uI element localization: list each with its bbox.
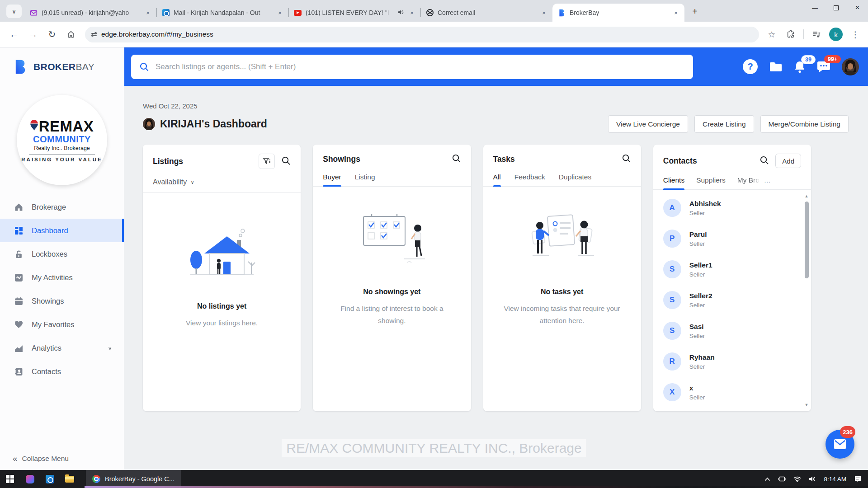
browser-menu-icon[interactable]: ⋮	[849, 29, 862, 40]
close-icon[interactable]: ×	[276, 9, 284, 17]
file-explorer-button[interactable]	[60, 470, 80, 488]
add-contact-button[interactable]: Add	[775, 154, 801, 168]
sidebar-item-analytics[interactable]: Analytics ∨	[0, 336, 124, 360]
home-button[interactable]	[63, 27, 79, 42]
media-controls-icon[interactable]	[810, 30, 823, 39]
user-avatar[interactable]	[842, 58, 859, 75]
contact-row[interactable]: S Seller2Seller	[663, 285, 801, 315]
extensions-icon[interactable]	[784, 30, 797, 39]
messages-button[interactable]: 99+	[817, 61, 830, 73]
action-center-icon[interactable]	[854, 475, 862, 483]
tab-clients[interactable]: Clients	[663, 176, 684, 189]
browser-profile-avatar[interactable]: k	[829, 28, 843, 41]
intercom-chat-button[interactable]: 236	[826, 430, 854, 459]
contact-row[interactable]: P ParulSeller	[663, 223, 801, 254]
listings-filter-button[interactable]	[259, 154, 275, 169]
content: ? 39 99+ Wed Oct 22, 2025	[124, 47, 868, 470]
folder-button[interactable]	[769, 61, 783, 72]
contact-role: Seller	[689, 394, 705, 401]
tab-feedback[interactable]: Feedback	[514, 173, 545, 186]
tab-title: BrokerBay	[570, 9, 668, 16]
scroll-up-icon[interactable]: ▲	[805, 193, 809, 199]
merge-combine-listing-button[interactable]: Merge/Combine Listing	[760, 115, 849, 133]
chevron-down-icon[interactable]: ∨	[108, 345, 112, 351]
sidebar-item-my-activities[interactable]: My Activities	[0, 266, 124, 289]
tab-search-button[interactable]: ∨	[6, 5, 22, 18]
cast-icon[interactable]	[778, 476, 786, 482]
contact-row[interactable]: R RyhaanSeller	[663, 346, 801, 377]
tabs-overflow-icon[interactable]: …	[764, 176, 771, 189]
contacts-scrollbar[interactable]: ▲ ▼	[803, 193, 810, 408]
contact-avatar: X	[663, 383, 681, 401]
tab-chatgpt[interactable]: Correct email ×	[420, 4, 552, 22]
window-minimize-button[interactable]: —	[804, 0, 826, 15]
address-bar[interactable]: edge.brokerbay.com/#/my_business	[85, 27, 759, 42]
contact-avatar: A	[663, 199, 681, 217]
calendar-icon	[14, 297, 23, 305]
contact-row[interactable]: S SasiSeller	[663, 315, 801, 346]
window-controls: — ×	[804, 0, 868, 15]
tab-buyer[interactable]: Buyer	[323, 173, 341, 186]
showings-tabs: Buyer Listing	[313, 173, 471, 187]
reload-button[interactable]: ↻	[44, 27, 60, 42]
contact-row[interactable]: A AbhishekSeller	[663, 192, 801, 223]
tab-yahoo-mail[interactable]: (9,015 unread) - kirijahn@yaho ×	[24, 4, 156, 22]
tab-outlook-mail[interactable]: Mail - Kirijah Nandapalan - Out ×	[156, 4, 288, 22]
tasks-search-button[interactable]	[622, 154, 631, 165]
notifications-button[interactable]: 39	[794, 61, 806, 73]
wifi-icon[interactable]	[793, 476, 801, 482]
forward-button[interactable]: →	[25, 27, 41, 42]
tab-my-brokerage[interactable]: My Bro	[737, 176, 760, 189]
start-button[interactable]	[0, 470, 20, 488]
sidebar-item-contacts[interactable]: Contacts	[0, 360, 124, 383]
scroll-down-icon[interactable]: ▼	[805, 402, 809, 408]
sidebar-item-lockboxes[interactable]: Lockboxes	[0, 242, 124, 266]
volume-icon[interactable]	[809, 476, 816, 482]
sidebar-item-my-favorites[interactable]: My Favorites	[0, 313, 124, 336]
tab-audio-icon[interactable]	[397, 9, 404, 17]
contact-avatar: P	[663, 230, 681, 248]
scrollbar-thumb[interactable]	[805, 202, 809, 278]
new-tab-button[interactable]: +	[688, 5, 702, 18]
tab-duplicates[interactable]: Duplicates	[559, 173, 591, 186]
bookmark-star-icon[interactable]: ☆	[765, 29, 778, 40]
tray-chevron-icon[interactable]	[764, 477, 770, 481]
copilot-button[interactable]	[20, 470, 40, 488]
search-input[interactable]	[156, 62, 685, 71]
availability-dropdown[interactable]: Availability ∨	[143, 178, 301, 193]
close-icon[interactable]: ×	[540, 9, 548, 17]
listings-search-button[interactable]	[281, 156, 291, 167]
sidebar-item-brokerage[interactable]: Brokerage	[0, 195, 124, 219]
tab-brokerbay-active[interactable]: BrokerBay ×	[552, 4, 684, 22]
sidebar-item-label: Analytics	[32, 344, 61, 352]
sidebar-item-showings[interactable]: Showings	[0, 289, 124, 313]
outlook-taskbar-button[interactable]	[40, 470, 60, 488]
back-button[interactable]: ←	[6, 27, 22, 42]
tab-suppliers[interactable]: Suppliers	[696, 176, 726, 189]
close-icon[interactable]: ×	[144, 9, 152, 17]
brokerbay-logo[interactable]: BROKERBAY	[0, 47, 124, 86]
tab-all[interactable]: All	[493, 173, 501, 186]
close-icon[interactable]: ×	[408, 9, 416, 17]
global-search[interactable]	[131, 55, 693, 79]
contact-row[interactable]: X xSeller	[663, 377, 801, 401]
window-close-button[interactable]: ×	[847, 0, 868, 15]
clock[interactable]: 8:14 AM	[824, 476, 846, 483]
help-button[interactable]: ?	[743, 59, 758, 74]
contact-row[interactable]: S Seller1Seller	[663, 254, 801, 285]
site-info-icon[interactable]	[91, 33, 97, 36]
tab-listing[interactable]: Listing	[355, 173, 375, 186]
availability-label: Availability	[153, 178, 187, 186]
window-maximize-button[interactable]	[826, 0, 847, 15]
scrollbar-track[interactable]	[805, 199, 809, 402]
collapse-menu-button[interactable]: « Collapse Menu	[13, 454, 69, 464]
view-live-concierge-button[interactable]: View Live Concierge	[608, 115, 688, 133]
active-window-button[interactable]: BrokerBay - Google C...	[86, 470, 181, 488]
create-listing-button[interactable]: Create Listing	[694, 115, 754, 133]
tab-youtube[interactable]: (101) LISTEN EVERY DAY! "I ×	[288, 4, 420, 22]
close-icon[interactable]: ×	[672, 9, 680, 17]
showings-search-button[interactable]	[452, 154, 461, 165]
contacts-search-button[interactable]	[760, 155, 769, 167]
sidebar-item-dashboard[interactable]: Dashboard	[0, 219, 124, 242]
sidebar-item-label: My Favorites	[32, 320, 74, 329]
